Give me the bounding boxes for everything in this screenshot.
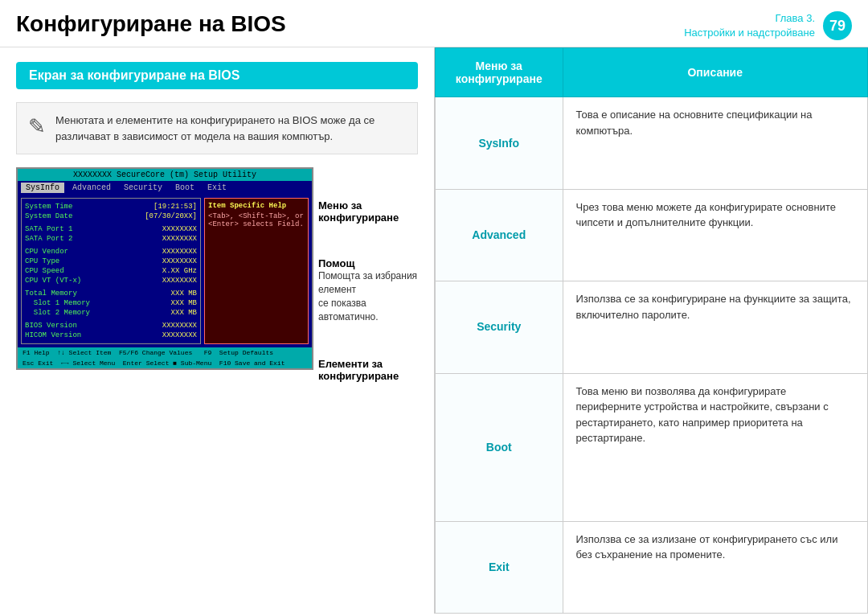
bios-row: SATA Port 2XXXXXXXX <box>25 234 197 244</box>
table-cell-menu: Advanced <box>436 189 563 281</box>
bios-screen: XXXXXXXX SecureCore (tm) Setup Utility S… <box>16 167 313 370</box>
table-row: SecurityИзползва се за конфигуриране на … <box>436 281 868 373</box>
bios-menu-sysinfo[interactable]: SysInfo <box>21 183 64 193</box>
table-cell-description: Чрез това меню можете да конфигурирате о… <box>563 189 868 281</box>
page-title: Конфигуриране на BIOS <box>16 11 286 37</box>
bios-labels: Меню за конфигуриране Помощ Помощта за и… <box>318 167 418 391</box>
col-header-description: Описание <box>563 48 868 97</box>
bios-menu-bar: SysInfo Advanced Security Boot Exit <box>18 181 312 195</box>
bios-menu-exit[interactable]: Exit <box>203 183 231 193</box>
main-content: Екран за конфигуриране на BIOS ✎ Менютат… <box>0 47 868 614</box>
bios-title-bar: XXXXXXXX SecureCore (tm) Setup Utility <box>18 169 312 181</box>
bios-container: XXXXXXXX SecureCore (tm) Setup Utility S… <box>16 167 313 370</box>
help-label: Помощ <box>318 257 418 269</box>
table-cell-menu: Security <box>436 281 563 373</box>
help-description: Помощта за избрания елемент се показва а… <box>318 269 418 323</box>
config-table: Меню за конфигуриране Описание SysInfoТо… <box>435 47 868 614</box>
col-header-menu: Меню за конфигуриране <box>436 48 563 97</box>
bios-row: Slot 1 MemoryXXX MB <box>25 298 197 308</box>
header-right: Глава 3. Настройки и надстройване 79 <box>684 11 852 40</box>
chapter-label: Глава 3. Настройки и надстройване <box>684 11 815 40</box>
bios-row: HICOM VersionXXXXXXXX <box>25 331 197 340</box>
info-box: ✎ Менютата и елементите на конфигуриране… <box>16 102 418 154</box>
table-cell-description: Използва се за излизане от конфигуриране… <box>563 521 868 614</box>
bios-left-col: System Time[19:21:53] System Date[07/30/… <box>21 198 201 344</box>
bios-footer2: Esc Exit ←→ Select Menu Enter Select ■ S… <box>18 358 312 368</box>
menu-label-item: Меню за конфигуриране <box>318 199 418 224</box>
page-header: Конфигуриране на BIOS Глава 3. Настройки… <box>0 0 868 47</box>
table-cell-description: Това е описание на основните спецификаци… <box>563 97 868 189</box>
bios-row: System Time[19:21:53] <box>25 202 197 211</box>
bios-menu-advanced[interactable]: Advanced <box>68 183 116 193</box>
right-panel: Меню за конфигуриране Описание SysInfoТо… <box>434 47 868 614</box>
bios-row: Total MemoryXXX MB <box>25 289 197 298</box>
bios-row: Slot 2 MemoryXXX MB <box>25 308 197 318</box>
elements-label: Елементи за конфигуриране <box>318 358 418 382</box>
table-row: BootТова меню ви позволява да конфигурир… <box>436 373 868 521</box>
bios-footer-line1: F1 Help ↑↓ Select Item F5/F6 Change Valu… <box>23 349 273 356</box>
info-icon: ✎ <box>28 114 46 139</box>
bios-row: BIOS VersionXXXXXXXX <box>25 321 197 331</box>
bios-body: System Time[19:21:53] System Date[07/30/… <box>18 195 312 347</box>
bios-row: SATA Port 1XXXXXXXX <box>25 224 197 234</box>
info-text: Менютата и елементите на конфигурирането… <box>55 113 406 144</box>
table-cell-menu: Boot <box>436 373 563 521</box>
bios-footer-line2: Esc Exit ←→ Select Menu Enter Select ■ S… <box>23 359 285 367</box>
bios-help-title: Item Specific Help <box>208 202 305 210</box>
bios-menu-security[interactable]: Security <box>119 183 167 193</box>
bios-menu-boot[interactable]: Boot <box>170 183 199 193</box>
bios-row: CPU SpeedX.XX GHz <box>25 266 197 276</box>
table-cell-menu: Exit <box>436 521 563 614</box>
bios-row: CPU VT (VT-x)XXXXXXXX <box>25 276 197 285</box>
table-cell-description: Това меню ви позволява да конфигурирате … <box>563 373 868 521</box>
bios-help-panel: Item Specific Help <Tab>, <Shift-Tab>, o… <box>204 198 309 344</box>
page-number: 79 <box>823 11 852 40</box>
left-panel: Екран за конфигуриране на BIOS ✎ Менютат… <box>0 47 434 614</box>
bios-row: CPU TypeXXXXXXXX <box>25 257 197 266</box>
section-heading: Екран за конфигуриране на BIOS <box>16 62 418 89</box>
help-label-item: Помощ Помощта за избрания елемент се пок… <box>318 257 418 323</box>
bios-row: System Date[07/30/20XX] <box>25 211 197 221</box>
table-row: SysInfoТова е описание на основните спец… <box>436 97 868 189</box>
elements-label-item: Елементи за конфигуриране <box>318 358 418 382</box>
bios-footer: F1 Help ↑↓ Select Item F5/F6 Change Valu… <box>18 347 312 358</box>
table-row: AdvancedЧрез това меню можете да конфигу… <box>436 189 868 281</box>
menu-label: Меню за конфигуриране <box>318 199 418 224</box>
table-cell-menu: SysInfo <box>436 97 563 189</box>
bios-help-text: <Tab>, <Shift-Tab>, or <Enter> selects F… <box>208 212 305 228</box>
bios-row: CPU VendorXXXXXXXX <box>25 247 197 257</box>
table-row: ExitИзползва се за излизане от конфигури… <box>436 521 868 614</box>
bios-wrapper: XXXXXXXX SecureCore (tm) Setup Utility S… <box>16 167 418 391</box>
table-cell-description: Използва се за конфигуриране на функциит… <box>563 281 868 373</box>
